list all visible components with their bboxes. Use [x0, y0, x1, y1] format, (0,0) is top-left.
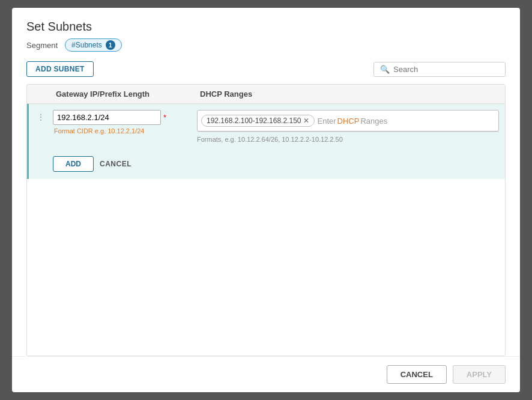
row-cancel-button[interactable]: CANCEL	[100, 160, 131, 168]
tag-label: #Subnets	[71, 41, 102, 49]
th-drag	[27, 89, 51, 98]
gateway-format-hint: Format CIDR e.g. 10.12.2.1/24	[53, 127, 191, 135]
gateway-input[interactable]	[53, 110, 161, 125]
th-gateway: Gateway IP/Prefix Length	[51, 89, 195, 98]
table-body: ⋮ * Format CIDR e.g. 10.12.2.1/24	[27, 104, 505, 356]
dhcp-cell: 192.168.2.100-192.168.2.150 ✕ Enter DHCP…	[197, 110, 505, 145]
dhcp-tag-input-area[interactable]: 192.168.2.100-192.168.2.150 ✕ Enter DHCP…	[197, 110, 499, 132]
gateway-cell: * Format CIDR e.g. 10.12.2.1/24	[53, 110, 197, 135]
dhcp-tag-value: 192.168.2.100-192.168.2.150	[207, 117, 301, 125]
table-header: Gateway IP/Prefix Length DHCP Ranges	[27, 85, 505, 104]
dhcp-tag-remove-icon[interactable]: ✕	[303, 117, 309, 124]
dhcp-format-hint: Formats, e.g. 10.12.2.64/26, 10.12.2.2-1…	[197, 136, 499, 145]
dhcp-tag: 192.168.2.100-192.168.2.150 ✕	[201, 115, 315, 127]
toolbar-row: ADD SUBNET 🔍	[26, 61, 506, 77]
modal-title: Set Subnets	[26, 20, 506, 34]
dhcp-placeholder: Enter DHCP Ranges	[317, 117, 387, 126]
gateway-input-wrap: *	[53, 110, 191, 125]
table-empty-space	[27, 179, 505, 275]
search-input[interactable]	[393, 65, 499, 74]
segment-label: Segment	[26, 41, 58, 50]
dhcp-divider	[197, 132, 499, 132]
add-subnet-button[interactable]: ADD SUBNET	[26, 61, 94, 77]
segment-row: Segment #Subnets 1	[26, 38, 506, 52]
set-subnets-modal: Set Subnets Segment #Subnets 1 ADD SUBNE…	[12, 8, 520, 392]
cancel-button[interactable]: CANCEL	[387, 365, 447, 384]
search-box: 🔍	[373, 62, 506, 77]
search-icon: 🔍	[380, 65, 390, 74]
drag-handle-icon[interactable]: ⋮	[29, 110, 53, 122]
row-top: ⋮ * Format CIDR e.g. 10.12.2.1/24	[29, 104, 505, 151]
dhcp-keyword: DHCP	[337, 117, 360, 126]
subnets-table: Gateway IP/Prefix Length DHCP Ranges ⋮ *…	[26, 84, 506, 356]
row-actions: ADD CANCEL	[29, 151, 505, 179]
subnets-tag[interactable]: #Subnets 1	[65, 38, 122, 52]
row-add-button[interactable]: ADD	[53, 156, 94, 172]
dhcp-placeholder-pre: Enter	[317, 117, 336, 126]
th-dhcp: DHCP Ranges	[195, 89, 505, 98]
required-indicator: *	[163, 113, 166, 122]
table-row: ⋮ * Format CIDR e.g. 10.12.2.1/24	[27, 104, 505, 179]
tag-count: 1	[106, 40, 115, 50]
modal-body: Set Subnets Segment #Subnets 1 ADD SUBNE…	[12, 8, 520, 356]
modal-footer: CANCEL APPLY	[12, 356, 520, 392]
apply-button[interactable]: APPLY	[453, 365, 506, 384]
dhcp-placeholder-post: Ranges	[360, 117, 387, 126]
